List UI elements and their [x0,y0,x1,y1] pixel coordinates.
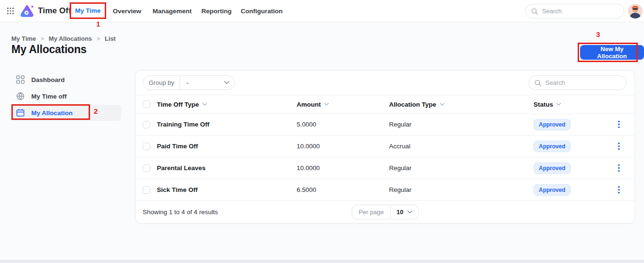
table-row: Sick Time Off 6.5000 Regular Approved [136,179,635,201]
cell-amount: 6.5000 [297,186,389,193]
table-search-input[interactable] [545,79,629,86]
status-badge: Approved [534,184,571,196]
cell-allocation-type: Accrual [389,143,534,150]
breadcrumb: My Time > My Allocations > List [11,35,116,42]
dashboard-icon [16,75,25,84]
sort-chevron-icon [324,103,329,106]
select-all-checkbox[interactable] [143,100,150,108]
sidebar-item-my-time-off[interactable]: My Time off [11,88,121,104]
chevron-down-icon [224,81,229,84]
top-bar: Time Off My Time Overview Management Rep… [0,0,644,22]
table-row: Parental Leaves 10.0000 Regular Approved [136,157,635,179]
sort-chevron-icon [440,103,444,106]
status-badge: Approved [534,163,571,174]
column-header-status[interactable]: Status [534,101,614,108]
sort-chevron-icon [202,103,207,106]
cell-allocation-type: Regular [389,121,534,128]
breadcrumb-separator: > [97,36,100,42]
group-by-select[interactable]: - [180,76,235,90]
table-toolbar: Group by - [136,71,635,95]
nav-tab-configuration[interactable]: Configuration [241,8,282,15]
row-actions-kebab-icon[interactable] [614,119,624,130]
nav-tab-reporting[interactable]: Reporting [201,8,232,15]
select-row-checkbox[interactable] [143,164,150,172]
column-header-allocation-type[interactable]: Allocation Type [389,101,534,108]
results-summary: Showing 1 to 4 of 4 results [143,209,218,216]
globe-icon [16,92,25,100]
calendar-icon [16,109,25,117]
status-badge: Approved [534,141,571,152]
row-actions-kebab-icon[interactable] [614,163,624,174]
new-my-allocation-button[interactable]: New My Allocation [580,45,644,60]
allocations-card: Group by - Time Off Type [135,70,635,224]
column-header-amount[interactable]: Amount [297,101,389,108]
breadcrumb-my-allocations[interactable]: My Allocations [49,35,92,42]
cell-time-off-type: Sick Time Off [157,186,297,193]
cell-time-off-type: Paid Time Off [157,143,297,150]
breadcrumb-separator: > [41,36,44,42]
user-avatar[interactable] [628,4,643,18]
sidebar-item-label: Dashboard [31,76,65,83]
window-bottom-edge [0,260,644,263]
cell-amount: 10.0000 [297,143,389,150]
select-row-checkbox[interactable] [143,143,150,150]
nav-tab-management[interactable]: Management [153,8,192,15]
cell-allocation-type: Regular [389,164,534,172]
per-page-label: Per page [352,205,391,219]
page-title: My Allocations [11,43,87,56]
global-search[interactable] [525,4,624,18]
cell-allocation-type: Regular [389,186,534,193]
search-icon [531,8,538,15]
nav-tab-my-time[interactable]: My Time [75,7,101,14]
cell-time-off-type: Training Time Off [157,121,297,128]
select-row-checkbox[interactable] [143,121,150,128]
chevron-down-icon [407,210,412,214]
sidebar-item-my-allocation[interactable]: My Allocation [11,105,121,121]
per-page-select[interactable]: 10 [391,205,418,219]
nav-tab-overview[interactable]: Overview [113,8,141,15]
app-launcher-icon[interactable] [7,7,14,17]
annotation-label-3: 3 [596,30,600,38]
cell-amount: 5.0000 [297,121,389,128]
table-row: Training Time Off 5.0000 Regular Approve… [136,114,635,136]
column-header-time-off-type[interactable]: Time Off Type [157,101,297,108]
search-icon [535,80,541,86]
group-by-label: Group by [143,76,180,90]
app-title: Time Off [38,6,71,16]
row-actions-kebab-icon[interactable] [614,184,624,196]
group-by-value: - [186,79,188,86]
table-header-row: Time Off Type Amount Allocation Type Sta… [136,95,635,114]
per-page-value: 10 [397,209,403,216]
row-actions-kebab-icon[interactable] [614,141,624,152]
group-by-control: Group by - [143,75,235,90]
status-badge: Approved [534,119,571,130]
cell-time-off-type: Parental Leaves [157,164,297,172]
sidebar-item-label: My Time off [31,93,67,100]
select-row-checkbox[interactable] [143,186,150,194]
sidebar-item-dashboard[interactable]: Dashboard [11,72,121,88]
table-footer: Showing 1 to 4 of 4 results Per page 10 [136,201,635,223]
sort-chevron-icon [556,103,561,106]
per-page-control: Per page 10 [352,205,418,219]
sidebar: Dashboard My Time off My Allocation [11,72,121,121]
app-logo-icon [20,4,34,20]
breadcrumb-my-time[interactable]: My Time [11,35,36,42]
global-search-input[interactable] [542,8,626,15]
table-search[interactable] [528,75,626,90]
cell-amount: 10.0000 [297,164,389,172]
sidebar-item-label: My Allocation [31,109,73,117]
breadcrumb-list[interactable]: List [105,35,116,42]
table-row: Paid Time Off 10.0000 Accrual Approved [136,136,635,157]
